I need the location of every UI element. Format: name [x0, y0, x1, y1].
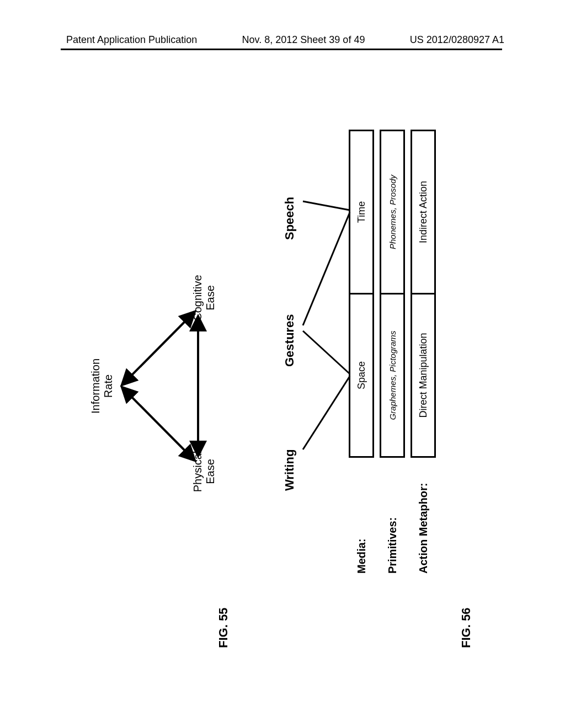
- svg-line-0: [126, 392, 190, 456]
- category-gestures: Gestures: [282, 314, 297, 367]
- row-primitives: Primitives: Graphemes, Pictograms Phonem…: [380, 130, 405, 576]
- row-primitives-header: Primitives:: [380, 458, 405, 576]
- cell-media-space: Space: [350, 293, 372, 456]
- svg-line-3: [303, 376, 350, 449]
- row-primitives-cells: Graphemes, Pictograms Phonemes, Prosody: [380, 130, 405, 458]
- figure-55-label: FIG. 55: [216, 608, 231, 648]
- triangle-arrows-icon: [114, 284, 208, 488]
- svg-line-6: [303, 201, 350, 210]
- fig56-table: Media: Space Time Primitives: Graphemes,…: [349, 130, 441, 576]
- header-left: Patent Application Publication: [66, 34, 197, 46]
- svg-line-4: [303, 331, 350, 374]
- cell-action-indirect: Indirect Action: [412, 131, 434, 293]
- row-action-metaphor-cells: Direct Manipulation Indirect Action: [411, 130, 436, 458]
- header-rule: [61, 49, 502, 50]
- row-action-metaphor: Action Metaphor: Direct Manipulation Ind…: [411, 130, 436, 576]
- svg-line-5: [303, 212, 350, 325]
- cell-media-time: Time: [350, 131, 372, 293]
- cell-primitives-phonemes: Phonemes, Prosody: [381, 131, 403, 293]
- header-mid: Nov. 8, 2012 Sheet 39 of 49: [242, 34, 365, 46]
- row-action-metaphor-header: Action Metaphor:: [411, 458, 436, 576]
- label-information-rate: InformationRate: [89, 342, 115, 430]
- svg-line-1: [126, 316, 190, 381]
- gesture-v-lines-icon: [300, 146, 353, 483]
- figure-56-label: FIG. 56: [459, 608, 473, 648]
- cell-action-direct: Direct Manipulation: [412, 293, 434, 456]
- row-media: Media: Space Time: [349, 130, 374, 576]
- rotated-stage: FIG. 55 InformationRate PhysicalEase Cog…: [73, 91, 492, 670]
- row-media-cells: Space Time: [349, 130, 374, 458]
- page: Patent Application Publication Nov. 8, 2…: [0, 0, 565, 728]
- category-writing: Writing: [282, 449, 297, 491]
- fig55-triangle: InformationRate PhysicalEase CognitiveEa…: [89, 267, 227, 505]
- category-speech: Speech: [282, 197, 297, 240]
- row-media-header: Media:: [349, 458, 374, 576]
- cell-primitives-graphemes: Graphemes, Pictograms: [381, 293, 403, 456]
- header-right: US 2012/0280927 A1: [410, 34, 504, 46]
- page-header: Patent Application Publication Nov. 8, 2…: [0, 34, 565, 46]
